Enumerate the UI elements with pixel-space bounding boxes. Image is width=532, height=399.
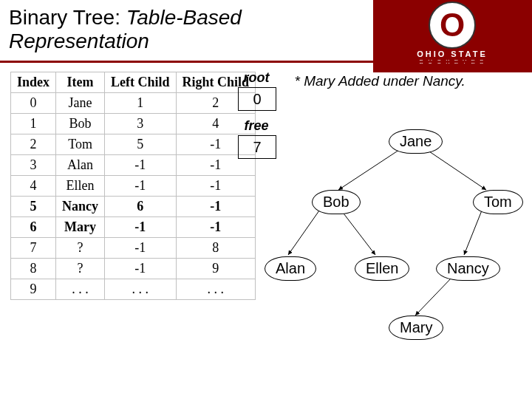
table-cell: 6 bbox=[11, 217, 56, 238]
tree-node-bob: Bob bbox=[312, 190, 361, 214]
svg-line-4 bbox=[464, 211, 482, 255]
col-index: Index bbox=[11, 72, 56, 93]
table-row: 3Alan-1-1 bbox=[11, 155, 256, 176]
tree-node-mary: Mary bbox=[389, 316, 443, 340]
table-cell: Bob bbox=[56, 114, 105, 134]
table-cell: ? bbox=[56, 259, 105, 279]
table-cell: 5 bbox=[105, 134, 177, 155]
title-line2: Representation bbox=[9, 30, 149, 52]
svg-line-3 bbox=[341, 211, 375, 255]
table-cell: 1 bbox=[11, 114, 56, 134]
table-cell: -1 bbox=[105, 176, 177, 197]
table-cell: -1 bbox=[176, 176, 256, 197]
table-cell: -1 bbox=[105, 155, 177, 176]
table-row: 0Jane12 bbox=[11, 93, 256, 114]
table-cell: 7 bbox=[11, 238, 56, 259]
table-cell: . . . bbox=[56, 279, 105, 300]
table-cell: -1 bbox=[176, 217, 256, 238]
slide-content: Index Item Left Child Right Child 0Jane1… bbox=[0, 63, 532, 309]
table-cell: 9 bbox=[176, 259, 256, 279]
table-cell: 6 bbox=[105, 197, 177, 217]
tree-node-ellen: Ellen bbox=[355, 256, 409, 281]
table-row: 4Ellen-1-1 bbox=[11, 176, 256, 197]
table-row: 5Nancy6-1 bbox=[11, 197, 256, 217]
table-cell: Nancy bbox=[56, 197, 105, 217]
table-cell: Alan bbox=[56, 155, 105, 176]
table-cell: -1 bbox=[176, 197, 256, 217]
table-cell: ? bbox=[56, 238, 105, 259]
title-plain: Binary Tree: bbox=[9, 6, 126, 29]
table-cell: . . . bbox=[105, 279, 177, 300]
table-row: 1Bob34 bbox=[11, 114, 256, 134]
table-cell: 3 bbox=[105, 114, 177, 134]
table-row: 9. . .. . .. . . bbox=[11, 279, 256, 300]
table-row: 8?-19 bbox=[11, 259, 256, 279]
tree-table: Index Item Left Child Right Child 0Jane1… bbox=[10, 72, 256, 300]
table-cell: 5 bbox=[11, 197, 56, 217]
tree-node-alan: Alan bbox=[265, 256, 316, 281]
table-cell: 4 bbox=[11, 176, 56, 197]
table-cell: -1 bbox=[105, 238, 177, 259]
svg-line-0 bbox=[338, 150, 399, 190]
svg-line-1 bbox=[427, 150, 486, 190]
table-cell: Ellen bbox=[56, 176, 105, 197]
table-cell: -1 bbox=[105, 217, 177, 238]
tree-node-jane: Jane bbox=[389, 129, 443, 154]
table-cell: Mary bbox=[56, 217, 105, 238]
table-cell: 3 bbox=[11, 155, 56, 176]
table-cell: 1 bbox=[105, 93, 177, 114]
slide-title-bar: Binary Tree: Table-Based Representation bbox=[0, 0, 532, 63]
table-cell: 8 bbox=[176, 238, 256, 259]
title-italic: Table-Based bbox=[126, 6, 242, 29]
table-cell: . . . bbox=[176, 279, 256, 300]
table-row: 6Mary-1-1 bbox=[11, 217, 256, 238]
col-item: Item bbox=[56, 72, 105, 93]
table-row: 7?-18 bbox=[11, 238, 256, 259]
note-text: * Mary Added under Nancy. bbox=[294, 70, 465, 89]
tree-node-nancy: Nancy bbox=[436, 256, 500, 281]
table-cell: 0 bbox=[11, 93, 56, 114]
tree-diagram: Jane Bob Tom Alan Ellen Nancy Mary bbox=[251, 122, 532, 388]
table-cell: Jane bbox=[56, 93, 105, 114]
table-cell: 2 bbox=[11, 134, 56, 155]
root-pointer: root 0 bbox=[236, 70, 276, 111]
table-cell: -1 bbox=[105, 259, 177, 279]
root-value: 0 bbox=[238, 87, 276, 111]
tree-edges bbox=[251, 122, 532, 388]
table-cell: 8 bbox=[11, 259, 56, 279]
tree-node-tom: Tom bbox=[473, 190, 523, 214]
root-label: root bbox=[236, 70, 276, 86]
col-left: Left Child bbox=[105, 72, 177, 93]
table-cell: Tom bbox=[56, 134, 105, 155]
svg-line-5 bbox=[415, 277, 452, 316]
slide-title: Binary Tree: Table-Based Representation bbox=[9, 6, 523, 53]
table-cell: 9 bbox=[11, 279, 56, 300]
svg-line-2 bbox=[288, 211, 319, 255]
table-row: 2Tom5-1 bbox=[11, 134, 256, 155]
